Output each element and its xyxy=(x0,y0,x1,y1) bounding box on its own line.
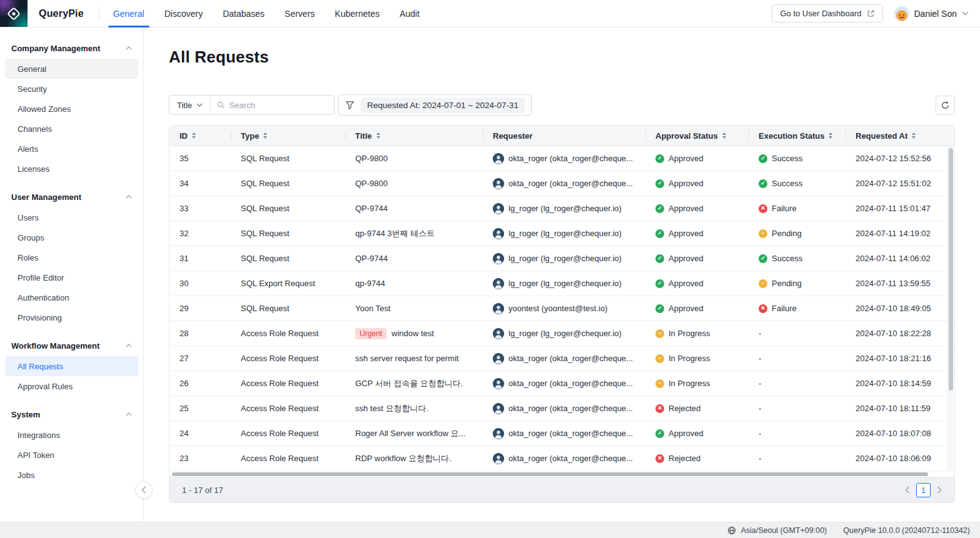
sidebar-section-title[interactable]: System xyxy=(0,404,143,425)
page-number-button[interactable]: 1 xyxy=(916,483,931,497)
previous-page-button[interactable] xyxy=(905,486,910,494)
cell-requester: okta_roger (okta_roger@cheque... xyxy=(483,146,645,171)
sidebar-item-channels[interactable]: Channels xyxy=(5,119,138,139)
column-header-id[interactable]: ID xyxy=(169,126,231,146)
approval-status-icon: ✓ xyxy=(655,154,664,163)
column-header-requester[interactable]: Requester xyxy=(483,126,645,146)
cell-approval-status: − In Progress xyxy=(645,346,749,371)
column-header-type[interactable]: Type xyxy=(231,126,345,146)
search-combo: Title xyxy=(169,95,335,115)
next-page-button[interactable] xyxy=(937,486,942,494)
sidebar-item-users[interactable]: Users xyxy=(5,207,138,227)
cell-id: 35 xyxy=(169,146,231,171)
querypie-logo[interactable] xyxy=(0,0,28,27)
nav-tab-servers[interactable]: Servers xyxy=(275,0,325,27)
sidebar-item-api-token[interactable]: API Token xyxy=(5,445,138,465)
sidebar-section-title[interactable]: User Management xyxy=(0,186,143,207)
sidebar-item-groups[interactable]: Groups xyxy=(5,227,138,247)
sidebar-section-title[interactable]: Company Management xyxy=(0,37,143,59)
sidebar-item-general[interactable]: General xyxy=(5,59,138,79)
cell-approval-status: ✓ Approved xyxy=(645,221,749,246)
table-row[interactable]: 28 Access Role Request Urgent window tes… xyxy=(169,321,954,346)
table-row[interactable]: 33 SQL Request QP-9744 lg_roger (lg_roge… xyxy=(169,196,954,221)
execution-status-icon: − xyxy=(759,229,767,238)
table-row[interactable]: 29 SQL Request Yoon Test yoontest (yoont… xyxy=(169,296,954,321)
nav-tab-discovery[interactable]: Discovery xyxy=(154,0,213,27)
sidebar-item-profile-editor[interactable]: Profile Editor xyxy=(5,267,138,287)
sidebar-item-provisioning[interactable]: Provisioning xyxy=(5,307,138,327)
nav-tab-audit[interactable]: Audit xyxy=(390,0,430,27)
cell-type: Access Role Request xyxy=(231,446,345,471)
table-row[interactable]: 26 Access Role Request GCP 서버 접속을 요청합니다.… xyxy=(169,371,954,396)
cell-execution-status: − Pending xyxy=(749,271,846,296)
table-row[interactable]: 23 Access Role Request RDP workflow 요청합니… xyxy=(169,446,954,471)
column-header-execution-status[interactable]: Execution Status xyxy=(749,126,846,146)
nav-tab-databases[interactable]: Databases xyxy=(213,0,275,27)
sidebar-item-jobs[interactable]: Jobs xyxy=(5,465,138,485)
nav-tab-kubernetes[interactable]: Kubernetes xyxy=(325,0,390,27)
requested-at-filter-chip[interactable]: Requested At: 2024-07-01 ~ 2024-07-31 xyxy=(361,97,525,113)
search-field-selector[interactable]: Title xyxy=(169,96,211,114)
approval-status-icon: ✓ xyxy=(655,304,664,313)
user-menu[interactable]: Daniel Son xyxy=(894,6,969,21)
cell-id: 29 xyxy=(169,296,231,321)
sidebar-item-roles[interactable]: Roles xyxy=(5,247,138,267)
execution-status-icon: ✓ xyxy=(759,154,767,163)
table-row[interactable]: 34 SQL Request QP-9800 okta_roger (okta_… xyxy=(169,171,954,196)
sidebar-item-approval-rules[interactable]: Approval Rules xyxy=(5,376,138,396)
vertical-scrollbar[interactable] xyxy=(947,147,954,471)
vertical-scrollbar-thumb[interactable] xyxy=(949,148,953,391)
cell-requester: lg_roger (lg_roger@chequer.io) xyxy=(483,246,645,271)
filter-funnel-icon[interactable] xyxy=(345,101,355,110)
table-row[interactable]: 27 Access Role Request ssh server reques… xyxy=(169,346,954,371)
nav-tab-general[interactable]: General xyxy=(103,0,154,27)
horizontal-scrollbar[interactable] xyxy=(169,471,954,477)
cell-type: Access Role Request xyxy=(231,321,345,346)
sidebar: Company Management General Security Allo… xyxy=(0,27,144,522)
column-header-approval-status[interactable]: Approval Status xyxy=(645,126,749,146)
refresh-button[interactable] xyxy=(936,96,955,115)
approval-status-icon: − xyxy=(655,329,664,338)
sidebar-item-authentication[interactable]: Authentication xyxy=(5,287,138,307)
table-row[interactable]: 31 SQL Request QP-9744 lg_roger (lg_roge… xyxy=(169,246,954,271)
cell-execution-status: ✓ Success xyxy=(749,171,846,196)
requester-avatar-icon xyxy=(493,253,504,264)
sidebar-item-licenses[interactable]: Licenses xyxy=(5,159,138,179)
chevron-up-icon xyxy=(126,412,132,416)
sidebar-item-allowed-zones[interactable]: Allowed Zones xyxy=(5,99,138,119)
go-to-user-dashboard-button[interactable]: Go to User Dashboard xyxy=(772,4,882,22)
table-header-row: ID Type Title Requester Approval Status … xyxy=(169,126,954,146)
sidebar-item-security[interactable]: Security xyxy=(5,79,138,99)
cell-approval-status: ✓ Approved xyxy=(645,421,749,446)
cell-title: RDP workflow 요청합니다. xyxy=(345,446,483,471)
cell-approval-status: ✓ Approved xyxy=(645,196,749,221)
cell-type: SQL Request xyxy=(231,171,345,196)
table-row[interactable]: 30 SQL Export Request qp-9744 lg_roger (… xyxy=(169,271,954,296)
horizontal-scrollbar-thumb[interactable] xyxy=(172,472,928,476)
column-header-title[interactable]: Title xyxy=(345,126,483,146)
smiley-avatar-icon xyxy=(896,9,908,21)
cell-title: QP-9744 xyxy=(345,196,483,221)
table-row[interactable]: 32 SQL Request qp-9744 3번째 테스트 lg_roger … xyxy=(169,221,954,246)
sidebar-item-all-requests[interactable]: All Requests xyxy=(5,356,138,376)
table-row[interactable]: 35 SQL Request QP-9800 okta_roger (okta_… xyxy=(169,146,954,171)
sidebar-collapse-button[interactable] xyxy=(135,481,153,499)
cell-type: Access Role Request xyxy=(231,346,345,371)
timezone-indicator: Asia/Seoul (GMT+09:00) xyxy=(727,526,827,535)
result-range: 1 - 17 of 17 xyxy=(182,486,223,495)
table-row[interactable]: 24 Access Role Request Roger All Server … xyxy=(169,421,954,446)
table-row[interactable]: 25 Access Role Request ssh test 요청합니다. o… xyxy=(169,396,954,421)
filter-toolbar: Title xyxy=(169,94,955,116)
column-header-requested-at[interactable]: Requested At xyxy=(846,126,954,146)
requester-avatar-icon xyxy=(493,203,504,214)
cell-requested-at: 2024-07-10 18:22:28 xyxy=(846,321,954,346)
cell-approval-status: ✓ Approved xyxy=(645,246,749,271)
search-input[interactable] xyxy=(230,101,328,110)
chevron-up-icon xyxy=(126,344,132,347)
sort-icon xyxy=(192,132,196,139)
sidebar-item-integrations[interactable]: Integrations xyxy=(5,425,138,445)
sidebar-section-title[interactable]: Workflow Management xyxy=(0,335,143,356)
cell-id: 32 xyxy=(169,221,231,246)
approval-status-icon: ✓ xyxy=(655,429,664,438)
sidebar-item-alerts[interactable]: Alerts xyxy=(5,139,138,159)
